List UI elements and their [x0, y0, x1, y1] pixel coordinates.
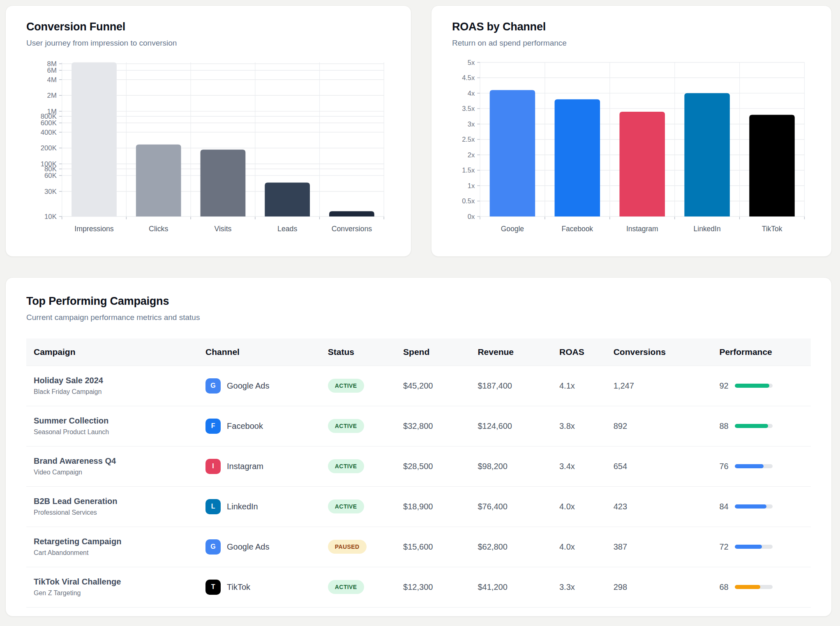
revenue-value: $187,400	[470, 366, 552, 406]
svg-text:30K: 30K	[44, 188, 57, 196]
channel-icon: G	[205, 539, 221, 555]
spend-value: $28,500	[396, 446, 470, 486]
bar-linkedin[interactable]	[684, 93, 730, 216]
campaigns-card-subtitle: Current campaign performance metrics and…	[26, 313, 811, 322]
performance-bar-fill	[735, 384, 770, 388]
x-axis-label: Visits	[214, 225, 231, 233]
performance-value: 84	[719, 502, 728, 511]
bar-visits[interactable]	[201, 150, 246, 216]
bar-conversions[interactable]	[329, 211, 374, 216]
campaign-name: Summer Collection	[34, 416, 191, 426]
svg-text:2M: 2M	[47, 92, 57, 99]
roas-value: 3.4x	[552, 446, 606, 486]
svg-text:60K: 60K	[44, 172, 57, 180]
campaign-description: Seasonal Product Launch	[34, 428, 191, 436]
x-axis-label: TikTok	[762, 225, 782, 233]
top-campaigns-card: Top Performing Campaigns Current campaig…	[5, 277, 832, 617]
campaign-name: Brand Awareness Q4	[34, 456, 191, 466]
status-badge: ACTIVE	[328, 459, 364, 473]
column-header-conversions: Conversions	[606, 338, 712, 366]
performance-value: 68	[719, 582, 728, 592]
campaign-description: Gen Z Targeting	[34, 589, 191, 597]
column-header-status: Status	[321, 338, 396, 366]
svg-text:1.5x: 1.5x	[462, 166, 475, 174]
spend-value: $45,200	[396, 366, 470, 406]
channel-label: Instagram	[227, 462, 263, 471]
campaign-description: Cart Abandonment	[34, 549, 191, 557]
performance-bar-fill	[735, 545, 762, 549]
funnel-card-title: Conversion Funnel	[26, 21, 390, 33]
x-axis-label: LinkedIn	[694, 225, 721, 233]
performance-bar	[735, 585, 773, 589]
svg-text:4M: 4M	[47, 76, 57, 84]
spend-value: $32,800	[396, 406, 470, 446]
svg-text:3x: 3x	[468, 120, 475, 128]
status-badge: PAUSED	[328, 540, 367, 554]
channel-label: LinkedIn	[227, 502, 258, 511]
column-header-performance: Performance	[712, 338, 811, 366]
campaigns-card-title: Top Performing Campaigns	[26, 295, 811, 308]
svg-text:4x: 4x	[468, 90, 475, 97]
conversions-value: 1,247	[606, 366, 712, 406]
x-axis-label: Facebook	[561, 225, 593, 233]
performance-value: 76	[719, 462, 728, 471]
table-row: TikTok Viral Challenge Gen Z Targeting T…	[26, 567, 811, 607]
channel-icon: F	[205, 419, 221, 434]
x-axis-label: Leads	[277, 225, 297, 233]
table-header-row: Campaign Channel Status Spend Revenue RO…	[26, 338, 811, 366]
svg-text:2.5x: 2.5x	[462, 136, 475, 143]
channel-icon: T	[205, 580, 221, 595]
channel-icon: L	[205, 499, 221, 514]
column-header-channel: Channel	[198, 338, 321, 366]
status-badge: ACTIVE	[328, 499, 364, 513]
roas-by-channel-chart: 0x0.5x1x1.5x2x2.5x3x3.5x4x4.5x5xGoogleFa…	[452, 58, 811, 240]
x-axis-label: Conversions	[332, 225, 372, 233]
svg-text:400K: 400K	[41, 129, 57, 136]
bar-impressions[interactable]	[72, 62, 117, 216]
conversion-funnel-card: Conversion Funnel User journey from impr…	[5, 5, 411, 257]
svg-text:5x: 5x	[468, 59, 475, 67]
svg-text:4.5x: 4.5x	[462, 74, 475, 82]
spend-value: $18,900	[396, 486, 470, 527]
bar-leads[interactable]	[265, 183, 310, 216]
svg-text:600K: 600K	[41, 119, 57, 127]
conversions-value: 654	[606, 446, 712, 486]
roas-value: 4.0x	[552, 527, 606, 567]
svg-text:2x: 2x	[468, 151, 475, 159]
svg-text:3.5x: 3.5x	[462, 105, 475, 113]
performance-bar	[735, 464, 773, 468]
performance-bar-fill	[735, 504, 766, 509]
performance-value: 92	[719, 381, 728, 391]
roas-value: 4.0x	[552, 486, 606, 527]
table-row: B2B Lead Generation Professional Service…	[26, 486, 811, 527]
spend-value: $12,300	[396, 567, 470, 607]
svg-text:1x: 1x	[468, 182, 475, 190]
revenue-value: $62,800	[470, 527, 552, 567]
table-row: Brand Awareness Q4 Video Campaign I Inst…	[26, 446, 811, 486]
channel-label: Facebook	[227, 421, 263, 431]
revenue-value: $41,200	[470, 567, 552, 607]
spend-value: $15,600	[396, 527, 470, 567]
campaign-description: Black Friday Campaign	[34, 388, 191, 396]
conversions-value: 298	[606, 567, 712, 607]
bar-facebook[interactable]	[555, 99, 600, 216]
status-badge: ACTIVE	[328, 419, 364, 433]
performance-value: 72	[719, 542, 728, 552]
bar-google[interactable]	[490, 90, 535, 216]
svg-text:0x: 0x	[468, 213, 475, 221]
roas-value: 4.1x	[552, 366, 606, 406]
roas-card-title: ROAS by Channel	[452, 21, 811, 33]
roas-card-subtitle: Return on ad spend performance	[452, 39, 811, 48]
performance-bar	[735, 504, 773, 509]
x-axis-label: Clicks	[149, 225, 168, 233]
svg-text:6M: 6M	[47, 67, 57, 74]
roas-by-channel-card: ROAS by Channel Return on ad spend perfo…	[431, 5, 832, 257]
conversions-value: 387	[606, 527, 712, 567]
status-badge: ACTIVE	[328, 379, 364, 393]
performance-bar	[735, 384, 773, 388]
column-header-roas: ROAS	[552, 338, 606, 366]
bar-tiktok[interactable]	[749, 115, 795, 216]
bar-instagram[interactable]	[619, 112, 665, 216]
bar-clicks[interactable]	[136, 145, 181, 216]
svg-text:10K: 10K	[44, 213, 57, 221]
